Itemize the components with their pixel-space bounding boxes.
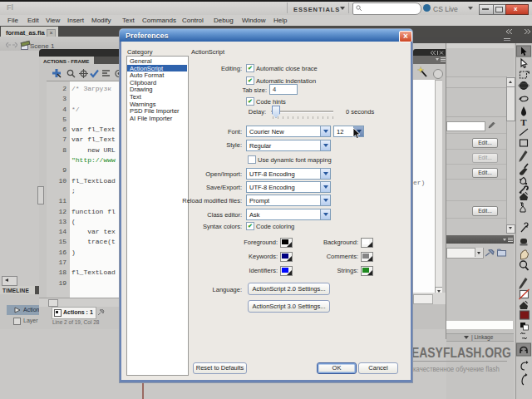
svg-text:T: T xyxy=(520,117,527,127)
